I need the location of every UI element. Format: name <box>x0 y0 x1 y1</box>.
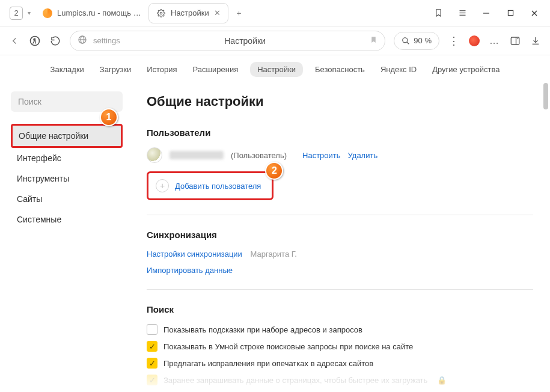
annotation-callout-1: 1 <box>100 108 118 126</box>
checkbox-checked-icon[interactable]: ✓ <box>147 358 157 369</box>
downloads-icon[interactable] <box>530 35 542 47</box>
overflow-icon[interactable]: … <box>489 35 501 47</box>
tab-label: Lumpics.ru - помощь с ком <box>57 8 141 17</box>
sidepanel-icon[interactable] <box>509 35 521 47</box>
checkbox-row-spellfix[interactable]: ✓ Предлагать исправления при опечатках в… <box>147 358 533 369</box>
sidebar-item-label: Общие настройки <box>19 131 88 141</box>
zoom-icon <box>402 37 410 45</box>
sidebar-item-interface[interactable]: Интерфейс <box>11 148 123 168</box>
checkbox-unchecked-icon[interactable] <box>147 324 157 335</box>
user-name-redacted <box>170 151 224 159</box>
globe-icon <box>78 35 87 46</box>
nav-downloads[interactable]: Загрузки <box>96 63 135 76</box>
checkbox-row-suggestions[interactable]: Показывать подсказки при наборе адресов … <box>147 324 533 335</box>
more-menu-button[interactable]: ⋮ <box>448 35 460 47</box>
settings-nav-bar: Закладки Загрузки История Расширения Нас… <box>0 55 550 83</box>
tab-counter[interactable]: 2 <box>10 7 23 20</box>
nav-yandex-id[interactable]: Яндекс ID <box>377 63 420 76</box>
page-title: Общие настройки <box>147 94 533 109</box>
back-button[interactable] <box>8 35 20 47</box>
sidebar-search-placeholder: Поиск <box>18 97 41 106</box>
sync-user-name: Маргарита Г. <box>250 250 296 259</box>
main-area: Поиск Общие настройки 1 Интерфейс Инстру… <box>0 83 550 392</box>
svg-point-0 <box>160 12 162 14</box>
svg-line-13 <box>407 41 409 44</box>
bookmark-header-icon[interactable] <box>426 4 450 23</box>
window-minimize-button[interactable] <box>474 4 498 23</box>
section-heading-search: Поиск <box>147 304 533 314</box>
zoom-value: 90 % <box>414 36 432 45</box>
user-role-label: (Пользователь) <box>231 151 287 160</box>
divider <box>147 289 533 290</box>
plus-icon: + <box>156 179 169 192</box>
add-user-button[interactable]: + Добавить пользователя <box>147 171 273 200</box>
sidebar-item-general[interactable]: Общие настройки <box>11 124 123 148</box>
window-titlebar: 2 ▾ Lumpics.ru - помощь с ком Настройки … <box>0 0 550 26</box>
checkbox-checked-icon[interactable]: ✓ <box>147 341 157 352</box>
sidebar-item-tools[interactable]: Инструменты <box>11 168 123 189</box>
bookmark-icon[interactable] <box>370 35 377 46</box>
new-tab-button[interactable]: ＋ <box>232 6 246 20</box>
svg-rect-5 <box>508 10 513 15</box>
address-page-title: Настройки <box>126 36 364 46</box>
checkbox-checked-icon: ✓ <box>147 375 157 385</box>
extension-opera-icon[interactable] <box>468 35 480 47</box>
checkbox-label: Заранее запрашивать данные о страницах, … <box>163 376 427 385</box>
yandex-logo-icon[interactable] <box>29 35 41 47</box>
user-settings-link[interactable]: Настроить <box>302 151 341 160</box>
import-data-link[interactable]: Импортировать данные <box>147 266 233 275</box>
current-user-row: (Пользователь) Настроить Удалить <box>147 147 533 163</box>
browser-tab-lumpics[interactable]: Lumpics.ru - помощь с ком <box>35 3 148 23</box>
address-bar[interactable]: settings Настройки <box>70 31 385 51</box>
settings-content: Общие настройки Пользователи (Пользовате… <box>130 83 550 392</box>
sync-settings-link[interactable]: Настройки синхронизации <box>147 250 242 259</box>
sidebar-item-sites[interactable]: Сайты <box>11 189 123 209</box>
tab-dropdown-icon[interactable]: ▾ <box>28 10 31 16</box>
section-heading-sync: Синхронизация <box>147 230 533 240</box>
nav-extensions[interactable]: Расширения <box>189 63 242 76</box>
nav-settings[interactable]: Настройки <box>250 62 303 77</box>
checkbox-row-smartbar[interactable]: ✓ Показывать в Умной строке поисковые за… <box>147 341 533 352</box>
hamburger-menu-icon[interactable] <box>450 4 474 23</box>
sidebar-item-system[interactable]: Системные <box>11 209 123 230</box>
nav-other-devices[interactable]: Другие устройства <box>429 63 503 76</box>
address-text: settings <box>93 36 120 45</box>
checkbox-row-prefetch-partial: ✓ Заранее запрашивать данные о страницах… <box>147 375 533 385</box>
lock-icon: 🔒 <box>437 376 447 385</box>
nav-history[interactable]: История <box>143 63 180 76</box>
favicon-lumpics-icon <box>43 8 52 18</box>
gear-icon <box>156 8 166 18</box>
avatar <box>147 147 162 163</box>
add-user-label: Добавить пользователя <box>175 182 261 191</box>
settings-sidebar: Поиск Общие настройки 1 Интерфейс Инстру… <box>0 83 130 392</box>
refresh-button[interactable] <box>49 35 61 47</box>
window-close-button[interactable] <box>522 4 546 23</box>
svg-point-12 <box>403 37 408 42</box>
zoom-indicator[interactable]: 90 % <box>394 32 439 50</box>
annotation-callout-2: 2 <box>265 162 283 180</box>
tab-label: Настройки <box>171 8 209 17</box>
checkbox-label: Показывать подсказки при наборе адресов … <box>163 325 362 334</box>
section-heading-users: Пользователи <box>147 127 533 138</box>
window-maximize-button[interactable] <box>498 4 522 23</box>
nav-security[interactable]: Безопасность <box>311 63 368 76</box>
svg-point-16 <box>518 38 519 39</box>
checkbox-label: Показывать в Умной строке поисковые запр… <box>163 342 413 351</box>
divider <box>147 215 533 215</box>
user-delete-link[interactable]: Удалить <box>348 151 378 160</box>
browser-tab-settings[interactable]: Настройки ✕ <box>148 3 228 23</box>
nav-bookmarks[interactable]: Закладки <box>47 63 88 76</box>
close-tab-icon[interactable]: ✕ <box>214 8 221 17</box>
browser-toolbar: settings Настройки 90 % ⋮ … <box>0 26 550 55</box>
checkbox-label: Предлагать исправления при опечатках в а… <box>163 359 373 368</box>
